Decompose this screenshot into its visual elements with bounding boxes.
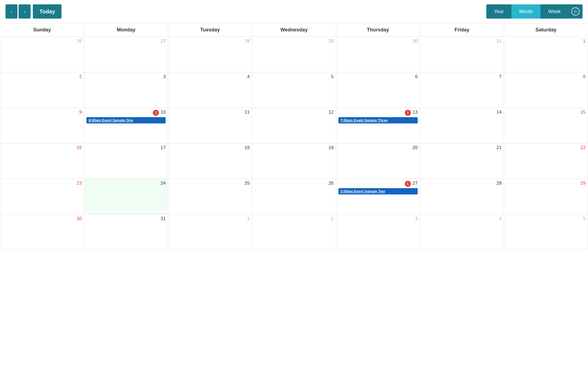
day-number: 11 [245, 110, 250, 115]
calendar-day[interactable]: 28 [168, 37, 252, 72]
year-view-button[interactable]: Year [486, 4, 511, 19]
day-number: 25 [245, 181, 250, 186]
calendar-day[interactable]: 1108:00am Event Sample One [84, 108, 168, 143]
calendar-day[interactable]: 14 [420, 108, 504, 143]
event-badge: 1 [405, 181, 411, 187]
day-number: 9 [79, 110, 82, 115]
day-number: 26 [329, 181, 334, 186]
day-number: 3 [415, 216, 417, 221]
day-number: 15 [580, 110, 586, 115]
calendar-day[interactable]: 2 [0, 72, 84, 108]
calendar-week-3: 16171819202122 [0, 143, 588, 179]
download-button[interactable]: ⊙ [568, 4, 583, 19]
day-number: 5 [331, 74, 334, 79]
calendar-table: Sunday Monday Tuesday Wednesday Thursday… [0, 23, 588, 250]
event-item[interactable]: 2:00pm Event Sample Two [338, 188, 418, 194]
calendar-day[interactable]: 31 [420, 37, 504, 72]
calendar-day[interactable]: 31 [84, 214, 168, 250]
calendar-week-5: 303112345 [0, 214, 588, 250]
calendar-day[interactable]: 5 [252, 72, 336, 108]
next-button[interactable]: › [19, 4, 31, 19]
event-item[interactable]: 8:00am Event Sample One [86, 117, 166, 123]
day-number: 26 [77, 39, 82, 44]
day-number: 31 [160, 216, 166, 221]
calendar-day[interactable]: 9 [0, 108, 84, 143]
calendar-day[interactable]: 15 [504, 108, 588, 143]
calendar-day[interactable]: 26 [0, 37, 84, 72]
monday-header: Monday [84, 23, 168, 37]
calendar-day[interactable]: 17 [84, 143, 168, 179]
calendar-day[interactable]: 1 [168, 214, 252, 250]
calendar-day[interactable]: 1137:00am Event Sample Three [336, 108, 420, 143]
calendar-header: ‹ › Today Year Month Week ⊙ [0, 0, 588, 23]
day-number: 12 [329, 110, 334, 115]
calendar-day[interactable]: 8 [504, 72, 588, 108]
day-number: 3 [163, 74, 166, 79]
day-number: 6 [415, 74, 417, 79]
calendar-day[interactable]: 26 [252, 179, 336, 214]
month-view-button[interactable]: Month [511, 4, 540, 19]
calendar-day[interactable]: 4 [420, 214, 504, 250]
calendar-day[interactable]: 29 [504, 179, 588, 214]
prev-button[interactable]: ‹ [5, 4, 17, 19]
calendar-week-0: 2627282930311 [0, 37, 588, 72]
calendar-day[interactable]: 18 [168, 143, 252, 179]
calendar-day[interactable]: 27 [84, 37, 168, 72]
day-number: 24 [160, 181, 166, 186]
calendar-day[interactable]: 30 [0, 214, 84, 250]
friday-header: Friday [420, 23, 504, 37]
day-number: 30 [77, 216, 82, 221]
calendar-week-2: 91108:00am Event Sample One11121137:00am… [0, 108, 588, 143]
day-number: 16 [77, 145, 82, 150]
today-button[interactable]: Today [33, 4, 62, 19]
day-number: 10 [160, 110, 166, 115]
calendar-day[interactable]: 22 [504, 143, 588, 179]
day-number: 7 [499, 74, 501, 79]
calendar-day[interactable]: 11 [168, 108, 252, 143]
calendar-day[interactable]: 25 [168, 179, 252, 214]
event-item[interactable]: 7:00am Event Sample Three [338, 117, 418, 123]
day-number: 1 [247, 216, 250, 221]
calendar-day[interactable]: 6 [336, 72, 420, 108]
view-controls: Year Month Week ⊙ [486, 4, 583, 19]
thursday-header: Thursday [336, 23, 420, 37]
day-number: 19 [329, 145, 334, 150]
calendar-day[interactable]: 5 [504, 214, 588, 250]
calendar-day[interactable]: 3 [84, 72, 168, 108]
calendar-day[interactable]: 4 [168, 72, 252, 108]
day-number: 4 [499, 216, 501, 221]
calendar-day[interactable]: 21 [420, 143, 504, 179]
day-number: 30 [413, 39, 418, 44]
day-number: 28 [496, 181, 502, 186]
tuesday-header: Tuesday [168, 23, 252, 37]
wednesday-header: Wednesday [252, 23, 336, 37]
week-view-button[interactable]: Week [540, 4, 568, 19]
calendar-day[interactable]: 28 [420, 179, 504, 214]
calendar-day[interactable]: 29 [252, 37, 336, 72]
calendar-day[interactable]: 19 [252, 143, 336, 179]
calendar-day[interactable]: 2 [252, 214, 336, 250]
day-number: 28 [245, 39, 250, 44]
calendar-day[interactable]: 1272:00pm Event Sample Two [336, 179, 420, 214]
day-number: 13 [413, 110, 418, 115]
calendar-day[interactable]: 16 [0, 143, 84, 179]
day-number: 20 [413, 145, 418, 150]
day-number: 2 [79, 74, 82, 79]
calendar-day[interactable]: 1 [504, 37, 588, 72]
day-number: 17 [160, 145, 166, 150]
calendar-day[interactable]: 7 [420, 72, 504, 108]
calendar-day[interactable]: 24 [84, 179, 168, 214]
calendar-day[interactable]: 12 [252, 108, 336, 143]
event-badge: 1 [153, 110, 159, 116]
calendar-day[interactable]: 30 [336, 37, 420, 72]
nav-controls: ‹ › Today [5, 4, 62, 19]
day-number: 27 [160, 39, 166, 44]
calendar-day[interactable]: 23 [0, 179, 84, 214]
day-number: 14 [496, 110, 502, 115]
saturday-header: Saturday [504, 23, 588, 37]
event-badge: 1 [405, 110, 411, 116]
day-number: 31 [496, 39, 502, 44]
calendar-day[interactable]: 3 [336, 214, 420, 250]
calendar-day[interactable]: 20 [336, 143, 420, 179]
calendar-week-4: 232425261272:00pm Event Sample Two2829 [0, 179, 588, 214]
